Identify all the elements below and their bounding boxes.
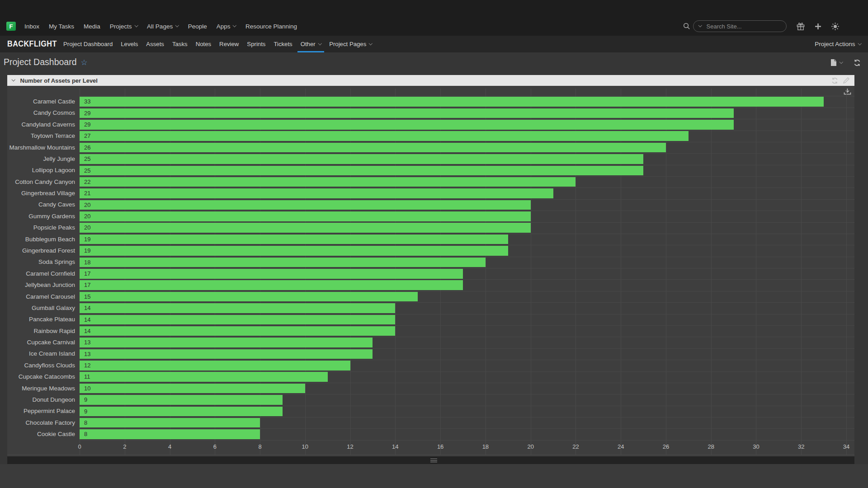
bar-soda-springs[interactable]: 18 [80, 258, 486, 267]
tab-levels[interactable]: Levels [117, 36, 142, 52]
page-doc-chevron-icon[interactable] [839, 60, 843, 64]
sun-icon[interactable] [831, 22, 840, 31]
bar-cupcake-catacombs[interactable]: 11 [80, 372, 328, 382]
bar-pancake-plateau[interactable]: 14 [80, 315, 395, 325]
tab-notes[interactable]: Notes [192, 36, 215, 52]
bar-gingerbread-forest[interactable]: 19 [80, 246, 508, 256]
bar-cupcake-carnival[interactable]: 13 [80, 338, 373, 347]
download-icon[interactable] [844, 88, 851, 95]
tab-review[interactable]: Review [215, 36, 243, 52]
category-label: Cookie Castle [7, 430, 75, 438]
x-axis-tick-label: 14 [386, 443, 404, 450]
topbar-nav: InboxMy TasksMediaProjectsAll PagesPeopl… [24, 23, 307, 30]
gridline [80, 234, 854, 234]
gridline [80, 302, 854, 303]
bar-caramel-carousel[interactable]: 15 [80, 292, 418, 302]
gift-icon[interactable] [796, 22, 805, 31]
nav-item-all-pages[interactable]: All Pages [147, 23, 179, 30]
bar-value-label: 27 [84, 131, 90, 141]
search-input[interactable]: Search Site... [693, 20, 787, 32]
category-label: Toytown Terrace [7, 132, 75, 140]
page-refresh-icon[interactable] [854, 59, 861, 66]
bar-cookie-castle[interactable]: 8 [80, 429, 260, 439]
bar-popsicle-peaks[interactable]: 20 [80, 223, 531, 233]
nav-item-people[interactable]: People [188, 23, 207, 30]
app-logo[interactable]: F [6, 22, 16, 31]
chevron-down-icon [233, 23, 236, 27]
gridline [80, 119, 854, 119]
search-scope-chevron-icon[interactable] [698, 23, 702, 27]
gridline [756, 89, 756, 455]
category-label: Rainbow Rapid [7, 327, 75, 335]
widget-edit-icon[interactable] [843, 77, 849, 84]
tab-other[interactable]: Other [297, 36, 325, 52]
tab-project-pages[interactable]: Project Pages [325, 36, 376, 52]
bar-candy-cosmos[interactable]: 29 [80, 108, 734, 118]
nav-item-projects[interactable]: Projects [110, 23, 137, 30]
category-label: Pancake Plateau [7, 315, 75, 324]
bar-caramel-cornfield[interactable]: 17 [80, 269, 463, 279]
tab-tickets[interactable]: Tickets [269, 36, 296, 52]
gridline [80, 108, 854, 108]
widget-header[interactable]: Number of Assets per Level [7, 75, 854, 86]
project-name[interactable]: BACKFLIGHT [7, 36, 54, 52]
bar-ice-cream-island[interactable]: 13 [80, 349, 373, 359]
gridline [80, 211, 854, 211]
tab-sprints[interactable]: Sprints [243, 36, 269, 52]
gridline [80, 291, 854, 291]
category-label: Gumball Galaxy [7, 304, 75, 312]
scrollbar-handle[interactable] [430, 459, 437, 462]
bar-marshmallow-mountains[interactable]: 26 [80, 143, 666, 153]
bar-peppermint-palace[interactable]: 9 [80, 407, 283, 417]
nav-item-resource-planning[interactable]: Resource Planning [245, 23, 297, 30]
bar-value-label: 25 [84, 166, 90, 176]
category-label: Soda Springs [7, 258, 75, 266]
gridline [80, 142, 854, 142]
bar-candyfloss-clouds[interactable]: 12 [80, 361, 350, 371]
nav-item-media[interactable]: Media [84, 23, 100, 30]
bar-jellybean-junction[interactable]: 17 [80, 280, 463, 290]
bar-caramel-castle[interactable]: 33 [80, 97, 824, 107]
bar-toytown-terrace[interactable]: 27 [80, 131, 689, 141]
collapse-chevron-icon[interactable] [12, 78, 15, 81]
tab-project-dashboard[interactable]: Project Dashboard [59, 36, 117, 52]
bar-jelly-jungle[interactable]: 25 [80, 154, 643, 164]
category-label: Candyfloss Clouds [7, 361, 75, 370]
bar-candy-caves[interactable]: 20 [80, 200, 531, 210]
bar-value-label: 13 [84, 338, 90, 347]
search-icon[interactable] [683, 23, 690, 30]
bar-bubblegum-beach[interactable]: 19 [80, 235, 508, 244]
x-axis-tick-label: 2 [116, 443, 134, 450]
nav-item-inbox[interactable]: Inbox [24, 23, 39, 30]
bar-candyland-caverns[interactable]: 29 [80, 120, 734, 130]
bar-value-label: 29 [84, 108, 90, 118]
widget-title: Number of Assets per Level [20, 77, 98, 84]
nav-item-my-tasks[interactable]: My Tasks [49, 23, 74, 30]
nav-item-apps[interactable]: Apps [217, 23, 236, 30]
gridline [80, 153, 854, 154]
chevron-down-icon [369, 42, 373, 45]
category-label: Bubblegum Beach [7, 235, 75, 244]
add-icon[interactable] [815, 23, 821, 30]
bar-gingerbread-village[interactable]: 21 [80, 188, 553, 198]
category-label: Meringue Meadows [7, 385, 75, 393]
chart-area: 0246810121416182022242628303234Caramel C… [7, 86, 854, 456]
bar-meringue-meadows[interactable]: 10 [80, 384, 305, 394]
bar-value-label: 21 [84, 188, 90, 198]
bar-chocolate-factory[interactable]: 8 [80, 418, 260, 428]
bar-donut-dungeon[interactable]: 9 [80, 395, 283, 405]
bar-gummy-gardens[interactable]: 20 [80, 211, 531, 221]
category-label: Gingerbread Village [7, 189, 75, 197]
bar-cotton-candy-canyon[interactable]: 22 [80, 177, 576, 187]
favorite-star-icon[interactable]: ☆ [81, 58, 88, 67]
widget-refresh-icon[interactable] [831, 77, 838, 84]
project-actions-button[interactable]: Project Actions [815, 36, 861, 52]
page-doc-icon[interactable] [830, 59, 837, 66]
tab-assets[interactable]: Assets [142, 36, 168, 52]
horizontal-scrollbar[interactable] [7, 456, 854, 464]
bar-rainbow-rapid[interactable]: 14 [80, 326, 395, 336]
bar-gumball-galaxy[interactable]: 14 [80, 303, 395, 313]
x-axis-tick-label: 24 [612, 443, 630, 450]
bar-lollipop-lagoon[interactable]: 25 [80, 166, 643, 176]
tab-tasks[interactable]: Tasks [168, 36, 192, 52]
